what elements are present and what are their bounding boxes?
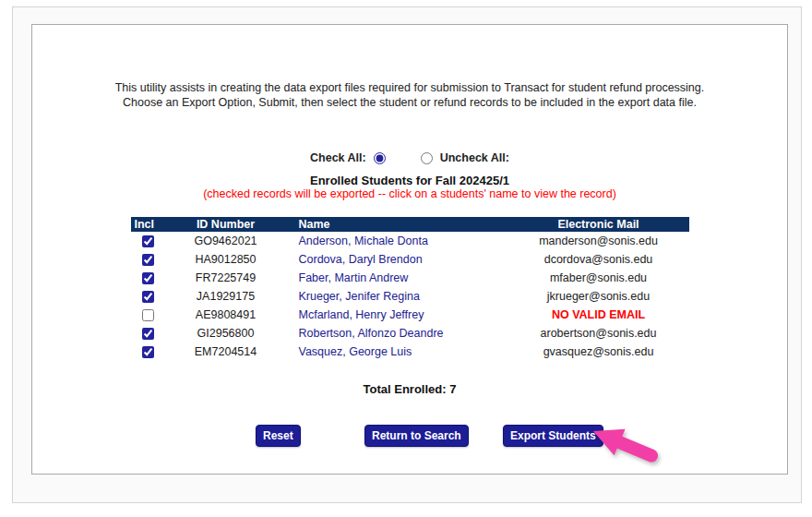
- student-email: gvasquez@sonis.edu: [512, 345, 686, 358]
- student-name-link[interactable]: Vasquez, George Luis: [299, 345, 412, 358]
- name-cell: Anderson, Michale Donta: [286, 234, 512, 247]
- instructions-line-2: Choose an Export Option, Submit, then se…: [32, 95, 787, 110]
- uncheck-all-label: Uncheck All:: [440, 151, 509, 164]
- student-name-link[interactable]: Cordova, Daryl Brendon: [299, 253, 423, 266]
- export-utility-page: This utility assists in creating the dat…: [0, 0, 812, 517]
- student-email: NO VALID EMAIL: [512, 308, 686, 321]
- name-cell: Vasquez, George Luis: [286, 345, 512, 358]
- student-email: jkrueger@sonis.edu: [512, 290, 686, 303]
- instructions-line-1: This utility assists in creating the dat…: [32, 80, 787, 95]
- include-checkbox[interactable]: [142, 309, 154, 321]
- student-id: EM7204514: [166, 345, 286, 358]
- total-enrolled: Total Enrolled: 7: [32, 382, 787, 397]
- header-email: Electronic Mail: [512, 217, 686, 232]
- include-checkbox[interactable]: [142, 254, 154, 266]
- uncheck-all-radio[interactable]: [421, 152, 433, 164]
- table-row: GI2956800 Robertson, Alfonzo Deandre aro…: [131, 324, 689, 343]
- table-row: AE9808491 Mcfarland, Henry Jeffrey NO VA…: [131, 306, 689, 324]
- name-cell: Krueger, Jenifer Regina: [286, 290, 512, 303]
- incl-cell: [131, 272, 166, 284]
- table-header-row: Incl ID Number Name Electronic Mail: [131, 217, 689, 232]
- table-row: GO9462021 Anderson, Michale Donta mander…: [131, 232, 689, 250]
- include-checkbox[interactable]: [142, 291, 154, 303]
- student-id: GO9462021: [166, 234, 286, 247]
- student-table: Incl ID Number Name Electronic Mail GO94…: [131, 217, 689, 361]
- check-all-radio[interactable]: [374, 152, 386, 164]
- student-email: mfaber@sonis.edu: [512, 271, 686, 284]
- student-name-link[interactable]: Krueger, Jenifer Regina: [299, 290, 420, 303]
- include-checkbox[interactable]: [142, 272, 154, 284]
- header-id: ID Number: [166, 217, 286, 232]
- header-incl: Incl: [131, 217, 166, 232]
- student-name-link[interactable]: Faber, Martin Andrew: [299, 271, 409, 284]
- name-cell: Robertson, Alfonzo Deandre: [286, 327, 512, 340]
- student-email: arobertson@sonis.edu: [512, 327, 686, 340]
- incl-cell: [131, 254, 166, 266]
- incl-cell: [131, 328, 166, 340]
- name-cell: Mcfarland, Henry Jeffrey: [286, 308, 512, 321]
- content-panel: This utility assists in creating the dat…: [31, 24, 788, 475]
- include-checkbox[interactable]: [142, 346, 154, 358]
- incl-cell: [131, 309, 166, 321]
- table-row: EM7204514 Vasquez, George Luis gvasquez@…: [131, 343, 689, 361]
- export-students-button[interactable]: Export Students: [503, 425, 603, 447]
- list-title: Enrolled Students for Fall 202425/1: [32, 174, 787, 187]
- student-table-body: GO9462021 Anderson, Michale Donta mander…: [131, 232, 689, 361]
- student-email: manderson@sonis.edu: [512, 234, 686, 247]
- include-checkbox[interactable]: [142, 328, 154, 340]
- check-all-label: Check All:: [310, 151, 366, 164]
- return-to-search-button[interactable]: Return to Search: [364, 425, 469, 447]
- table-row: HA9012850 Cordova, Daryl Brendon dcordov…: [131, 250, 689, 269]
- table-row: FR7225749 Faber, Martin Andrew mfaber@so…: [131, 269, 689, 287]
- student-email: dcordova@sonis.edu: [512, 253, 686, 266]
- include-checkbox[interactable]: [142, 235, 154, 247]
- student-name-link[interactable]: Robertson, Alfonzo Deandre: [299, 327, 444, 340]
- student-name-link[interactable]: Mcfarland, Henry Jeffrey: [299, 308, 424, 321]
- instructions-text: This utility assists in creating the dat…: [32, 80, 787, 110]
- student-id: AE9808491: [166, 308, 286, 321]
- student-id: JA1929175: [166, 290, 286, 303]
- reset-button[interactable]: Reset: [256, 425, 301, 447]
- header-name: Name: [286, 217, 512, 232]
- outer-panel: This utility assists in creating the dat…: [12, 6, 802, 503]
- list-note: (checked records will be exported -- cli…: [32, 187, 787, 201]
- student-id: FR7225749: [166, 271, 286, 284]
- student-name-link[interactable]: Anderson, Michale Donta: [299, 234, 428, 247]
- student-id: HA9012850: [166, 253, 286, 266]
- name-cell: Cordova, Daryl Brendon: [286, 253, 512, 266]
- student-id: GI2956800: [166, 327, 286, 340]
- name-cell: Faber, Martin Andrew: [286, 271, 512, 284]
- table-row: JA1929175 Krueger, Jenifer Regina jkrueg…: [131, 287, 689, 306]
- incl-cell: [131, 235, 166, 247]
- check-all-controls: Check All: Uncheck All:: [32, 150, 787, 165]
- incl-cell: [131, 346, 166, 358]
- incl-cell: [131, 291, 166, 303]
- action-button-row: Reset Return to Search Export Students: [32, 425, 787, 449]
